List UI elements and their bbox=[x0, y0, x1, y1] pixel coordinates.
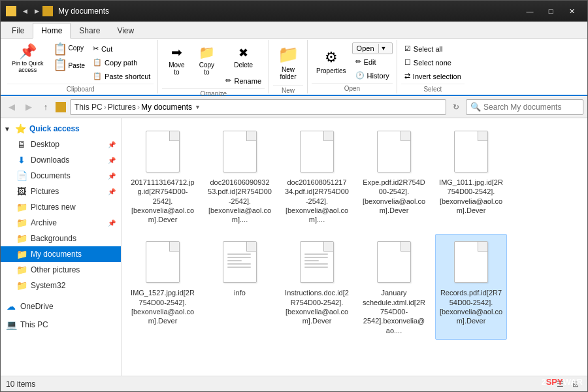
edit-icon: ✏ bbox=[355, 57, 361, 66]
tab-share[interactable]: Share bbox=[71, 23, 108, 38]
this-pc-label: This PC bbox=[20, 320, 48, 329]
new-folder-icon: 📁 bbox=[278, 44, 299, 65]
minimize-button[interactable]: — bbox=[519, 1, 540, 22]
open-split-button[interactable]: Open ▼ bbox=[352, 42, 393, 54]
cut-button[interactable]: ✂ Cut bbox=[90, 42, 154, 55]
open-group-content: ⚙ Properties Open ▼ ✏ Edit bbox=[312, 41, 393, 82]
tab-view[interactable]: View bbox=[108, 23, 142, 38]
file-content[interactable]: 20171113164712.jpg.id[2R754D00-2542].[be… bbox=[122, 118, 587, 376]
select-none-button[interactable]: ☐ Select none bbox=[401, 56, 465, 69]
window-controls: — □ ✕ bbox=[519, 1, 582, 22]
pin-icon: 📌 bbox=[19, 44, 37, 59]
file-item[interactable]: IMG_1011.jpg.id[2R754D00-2542].[bexonvel… bbox=[435, 123, 507, 229]
sidebar-item-other-pictures[interactable]: 📁 Other pictures bbox=[1, 262, 121, 278]
rename-button[interactable]: ✏ Rename bbox=[222, 74, 265, 87]
quick-access-arrow: ▼ bbox=[3, 123, 11, 134]
file-icon bbox=[373, 128, 415, 175]
copy-button[interactable]: 📋 Copy bbox=[50, 41, 89, 57]
copy-to-icon: 📁 bbox=[199, 44, 215, 60]
desktop-icon: 🖥 bbox=[16, 139, 27, 150]
sidebar-item-pictures[interactable]: 🖼 Pictures 📌 bbox=[1, 184, 121, 199]
new-folder-label: Newfolder bbox=[280, 66, 297, 80]
path-part-current: My documents bbox=[141, 103, 192, 112]
tab-home[interactable]: Home bbox=[33, 23, 71, 39]
sidebar-item-desktop[interactable]: 🖥 Desktop 📌 bbox=[1, 137, 121, 152]
file-item[interactable]: Expe.pdf.id2R754D00-2542].[bexonvelia@ao… bbox=[358, 123, 430, 229]
downloads-label: Downloads bbox=[31, 155, 69, 165]
select-all-button[interactable]: ☑ Select all bbox=[401, 42, 465, 55]
new-folder-button[interactable]: 📁 Newfolder bbox=[273, 41, 303, 84]
path-part-thispc: This PC bbox=[74, 103, 103, 112]
address-path[interactable]: This PC › Pictures › My documents ▼ bbox=[70, 99, 446, 115]
quick-access-icon: ⭐ bbox=[15, 123, 25, 134]
file-item[interactable]: info bbox=[204, 234, 276, 339]
window-title: My documents bbox=[58, 7, 519, 16]
tab-file[interactable]: File bbox=[3, 23, 33, 38]
my-documents-icon: 📁 bbox=[16, 249, 27, 259]
paste-shortcut-button[interactable]: 📋 Paste shortcut bbox=[90, 70, 154, 82]
search-input[interactable] bbox=[483, 103, 579, 112]
select-group-label: Select bbox=[401, 84, 465, 94]
file-doc-shape bbox=[300, 131, 334, 172]
addressbar: ◀ ▶ ↑ This PC › Pictures › My documents … bbox=[1, 96, 587, 118]
edit-label: Edit bbox=[364, 58, 376, 66]
file-item[interactable]: Instructions.doc.id[2R754D00-2542].[bexo… bbox=[281, 234, 353, 339]
onedrive-label: OneDrive bbox=[20, 302, 54, 311]
file-item[interactable]: January schedule.xtml.id[2R754D00-2542].… bbox=[358, 234, 430, 339]
new-group-label: New bbox=[273, 85, 303, 95]
select-group-content: ☑ Select all ☐ Select none ⇄ Invert sele… bbox=[401, 41, 465, 82]
sidebar-item-downloads[interactable]: ⬇ Downloads 📌 bbox=[1, 152, 121, 168]
delete-button[interactable]: ✖ Delete bbox=[222, 42, 265, 72]
invert-selection-button[interactable]: ⇄ Invert selection bbox=[401, 70, 465, 82]
forward-button[interactable]: ▶ bbox=[22, 100, 36, 114]
file-doc-lines bbox=[227, 253, 251, 270]
titlebar-back-btn[interactable]: ◀ bbox=[19, 5, 31, 17]
file-item[interactable]: Records.pdf.id[2R754D00-2542].[bexonveli… bbox=[435, 234, 507, 339]
file-doc-shape bbox=[377, 241, 411, 283]
sidebar-item-documents[interactable]: 📄 Documents 📌 bbox=[1, 168, 121, 184]
sidebar-item-pictures-new[interactable]: 📁 Pictures new bbox=[1, 199, 121, 215]
sidebar-item-this-pc[interactable]: 💻 This PC bbox=[1, 317, 121, 333]
close-button[interactable]: ✕ bbox=[561, 1, 582, 22]
file-name: Expe.pdf.id2R754D00-2542].[bexonvelia@ao… bbox=[361, 178, 427, 215]
paste-button[interactable]: 📋 Paste bbox=[50, 57, 89, 73]
file-name: January schedule.xtml.id[2R754D00-2542].… bbox=[361, 288, 427, 335]
select-all-label: Select all bbox=[414, 45, 443, 53]
move-to-button[interactable]: ➡ Moveto bbox=[162, 41, 191, 79]
pictures-pin-icon: 📌 bbox=[108, 188, 116, 195]
history-button[interactable]: 🕐 History bbox=[352, 69, 393, 82]
copy-to-button[interactable]: 📁 Copyto bbox=[192, 41, 221, 79]
sidebar-item-my-documents[interactable]: 📁 My documents bbox=[1, 246, 121, 262]
file-item[interactable]: IMG_1527.jpg.id[2R754D00-2542].[bexonvel… bbox=[127, 234, 199, 339]
sidebar-item-archive[interactable]: 📁 Archive 📌 bbox=[1, 215, 121, 231]
path-dropdown-arrow[interactable]: ▼ bbox=[195, 104, 201, 110]
sidebar-item-backgrounds[interactable]: 📁 Backgrounds bbox=[1, 231, 121, 246]
properties-button[interactable]: ⚙ Properties bbox=[312, 46, 351, 78]
open-label: Open bbox=[353, 43, 378, 54]
cut-label: Cut bbox=[101, 45, 112, 53]
documents-pin-icon: 📌 bbox=[108, 172, 116, 180]
path-sep-1: › bbox=[104, 103, 106, 112]
edit-button[interactable]: ✏ Edit bbox=[352, 56, 393, 68]
path-folder-icon bbox=[56, 102, 66, 112]
sidebar-item-system32[interactable]: 📁 System32 bbox=[1, 278, 121, 293]
file-name: doc201608051217 34.pdf.id[2R754D00-2542]… bbox=[284, 178, 350, 224]
file-doc-shape bbox=[223, 131, 257, 172]
up-button[interactable]: ↑ bbox=[39, 100, 53, 114]
window: ◀ ▶ My documents — □ ✕ File Home Share V… bbox=[0, 0, 588, 392]
pin-to-quick-access-button[interactable]: 📌 Pin to Quickaccess bbox=[7, 41, 48, 76]
refresh-button[interactable]: ↻ bbox=[449, 100, 463, 114]
file-item[interactable]: doc201606090932 53.pdf.id[2R754D00-2542]… bbox=[204, 123, 276, 229]
sidebar-item-onedrive[interactable]: ☁ OneDrive bbox=[1, 299, 121, 314]
titlebar-fwd-btn[interactable]: ▶ bbox=[31, 5, 42, 17]
copy-path-button[interactable]: 📋 Copy path bbox=[90, 56, 154, 69]
sidebar-item-quick-access[interactable]: ▼ ⭐ Quick access bbox=[1, 121, 121, 137]
file-item[interactable]: doc201608051217 34.pdf.id[2R754D00-2542]… bbox=[281, 123, 353, 229]
maximize-button[interactable]: □ bbox=[540, 1, 561, 22]
file-item[interactable]: 20171113164712.jpg.id[2R754D00-2542].[be… bbox=[127, 123, 199, 229]
copy-to-label: Copyto bbox=[199, 61, 214, 76]
ribbon-tab-bar: File Home Share View bbox=[1, 22, 587, 39]
back-button[interactable]: ◀ bbox=[5, 100, 19, 114]
open-dropdown-arrow[interactable]: ▼ bbox=[378, 44, 389, 53]
ribbon-group-open: ⚙ Properties Open ▼ ✏ Edit bbox=[308, 40, 397, 93]
